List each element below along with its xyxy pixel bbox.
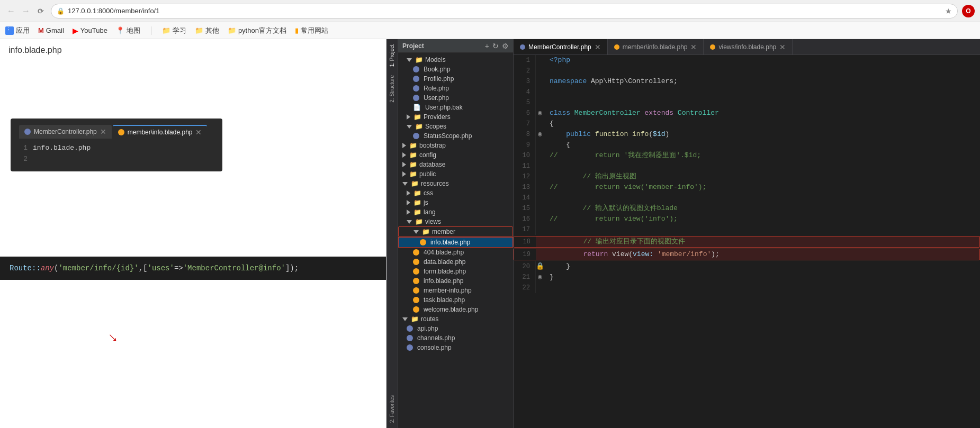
- php-icon-profile: [413, 76, 419, 82]
- line-content-1: <?php: [544, 55, 980, 66]
- opera-icon[interactable]: O: [962, 5, 975, 17]
- side-tab-project[interactable]: 1: Project: [388, 41, 396, 70]
- tree-info-blade[interactable]: info.blade.php: [398, 276, 513, 286]
- tree-member-folder[interactable]: 📁 member: [398, 226, 513, 237]
- tree-database-folder[interactable]: 📁 database: [398, 160, 513, 169]
- gutter-icon-19: [536, 249, 545, 260]
- gutter-icon-15: [536, 203, 544, 214]
- tree-member-info-blade[interactable]: info.blade.php: [398, 237, 513, 248]
- tree-channels-php[interactable]: channels.php: [398, 333, 513, 343]
- side-tab-favorites[interactable]: 2: Favorites: [388, 392, 396, 426]
- line-content-4: [544, 87, 980, 97]
- tree-public-folder[interactable]: 📁 public: [398, 169, 513, 179]
- panel-add-btn[interactable]: +: [485, 42, 489, 50]
- gutter-12: 12: [514, 171, 536, 182]
- folder-icon-scopes: 📁: [415, 123, 423, 130]
- file-tree: 📁 Models Book.php Profile.php Role.php: [398, 53, 513, 428]
- views-icon-tab-info: [710, 44, 715, 50]
- panel-sync-btn[interactable]: ↻: [492, 42, 499, 50]
- tree-api-php[interactable]: api.php: [398, 324, 513, 333]
- tree-book-php[interactable]: Book.php: [398, 65, 513, 74]
- tree-providers-folder[interactable]: 📁 Providers: [398, 112, 513, 122]
- code-editor[interactable]: 1 <?php2 3 namespace App\Http\Controller…: [514, 55, 980, 428]
- popup-tab-controller-close[interactable]: ✕: [100, 128, 106, 136]
- tree-role-php[interactable]: Role.php: [398, 84, 513, 93]
- tree-bootstrap-folder[interactable]: 📁 bootstrap: [398, 141, 513, 150]
- editor-tab-views-info[interactable]: views/info.blade.php ✕: [704, 39, 793, 54]
- tree-css-folder[interactable]: 📁 css: [398, 188, 513, 198]
- bookmarks-bar: ⋮ 应用 M Gmail ▶ YouTube 📍 地图 📁 学习 📁 其他 📁 …: [0, 22, 980, 39]
- tree-user-php[interactable]: User.php: [398, 93, 513, 103]
- editor-tab-controller-close[interactable]: ✕: [595, 43, 601, 51]
- gutter-icon-17: [536, 224, 544, 235]
- editor-line-6: 6◉class MemberController extends Control…: [514, 108, 980, 119]
- folder-icon-routes: 📁: [411, 315, 419, 323]
- bookmark-gmail[interactable]: M Gmail: [38, 26, 64, 34]
- tree-form-blade[interactable]: form.blade.php: [398, 267, 513, 276]
- forward-button[interactable]: →: [20, 5, 32, 17]
- panel-settings-btn[interactable]: ⚙: [502, 42, 509, 50]
- popup-tab-blade[interactable]: member\info.blade.php ✕: [113, 125, 208, 139]
- bookmark-common-label: 常用网站: [301, 26, 328, 35]
- editor-tab-controller[interactable]: MemberController.php ✕: [514, 39, 608, 54]
- tree-welcome-blade[interactable]: welcome.blade.php: [398, 305, 513, 314]
- gutter-18: 18: [514, 236, 536, 247]
- bookmark-study[interactable]: 📁 学习: [162, 26, 186, 35]
- tree-routes-folder[interactable]: 📁 routes: [398, 314, 513, 324]
- code-popup-content: 1 info.blade.php 2: [19, 143, 214, 165]
- panel-actions: + ↻ ⚙: [485, 42, 509, 50]
- editor-tab-member-info[interactable]: member\info.blade.php ✕: [608, 39, 704, 54]
- tree-task-blade[interactable]: task.blade.php: [398, 295, 513, 305]
- side-tab-structure[interactable]: 2: Structure: [388, 72, 396, 106]
- tree-member-info-php[interactable]: member-info.php: [398, 286, 513, 295]
- editor-tab-views-info-close[interactable]: ✕: [779, 43, 786, 51]
- php-icon-role: [413, 85, 419, 92]
- url-text: 127.0.0.1:8000/member/info/1: [68, 7, 942, 15]
- line-content-16: // return view('info');: [544, 214, 980, 224]
- tree-profile-php[interactable]: Profile.php: [398, 74, 513, 84]
- folder-icon-member: 📁: [422, 228, 430, 235]
- nav-buttons: ← → ⟳: [5, 5, 47, 17]
- tree-404-blade[interactable]: 404.blade.php: [398, 248, 513, 257]
- tree-resources-folder[interactable]: 📁 resources: [398, 179, 513, 188]
- tree-views-folder[interactable]: 📁 views: [398, 217, 513, 226]
- editor-tab-member-info-close[interactable]: ✕: [690, 43, 697, 51]
- gutter-icon-11: [536, 161, 544, 171]
- php-icon-user: [413, 95, 419, 101]
- tree-data-blade[interactable]: data.blade.php: [398, 257, 513, 267]
- gutter-icon-7: [536, 119, 544, 129]
- tree-lang-folder[interactable]: 📁 lang: [398, 207, 513, 217]
- bookmark-maps[interactable]: 📍 地图: [116, 26, 140, 35]
- bookmark-youtube[interactable]: ▶ YouTube: [73, 26, 107, 35]
- line-content-20: }: [544, 261, 980, 272]
- tree-user-bak[interactable]: 📄 User.php.bak: [398, 103, 513, 112]
- editor-line-20: 20🔒 }: [514, 261, 980, 272]
- tree-models-folder[interactable]: 📁 Models: [398, 55, 513, 65]
- gutter-icon-21: ◉: [536, 272, 544, 283]
- line-content-3: namespace App\Http\Controllers;: [544, 76, 980, 87]
- tree-js-folder[interactable]: 📁 js: [398, 198, 513, 207]
- tree-scopes-folder[interactable]: 📁 Scopes: [398, 122, 513, 131]
- bookmark-other[interactable]: 📁 其他: [195, 26, 219, 35]
- gutter-icon-14: [536, 193, 544, 203]
- reload-button[interactable]: ⟳: [35, 5, 47, 17]
- popup-tab-controller[interactable]: MemberController.php ✕: [19, 125, 112, 139]
- back-button[interactable]: ←: [5, 5, 17, 17]
- folder-arrow-config: [402, 152, 406, 158]
- address-bar[interactable]: 🔒 127.0.0.1:8000/member/info/1 ★: [51, 4, 958, 19]
- folder-arrow-scopes: [407, 125, 412, 129]
- editor-line-19: 19 return view(view: 'member/info');: [514, 249, 980, 260]
- tree-statusscope-php[interactable]: StatusScope.php: [398, 131, 513, 141]
- popup-code-line-2: 2: [19, 154, 214, 165]
- line-content-10: // return '我在控制器里面'.$id;: [544, 150, 980, 161]
- folder-icon-models: 📁: [415, 56, 423, 63]
- gutter-16: 16: [514, 214, 536, 224]
- editor-line-7: 7 {: [514, 119, 980, 129]
- bookmark-common[interactable]: ▮ 常用网站: [295, 26, 328, 35]
- bookmark-apps[interactable]: ⋮ 应用: [5, 26, 30, 35]
- tree-config-folder[interactable]: 📁 config: [398, 150, 513, 160]
- bookmark-python[interactable]: 📁 python官方文档: [228, 26, 286, 35]
- tree-console-php[interactable]: console.php: [398, 343, 513, 352]
- bookmark-star-icon[interactable]: ★: [945, 7, 952, 15]
- popup-tab-blade-close[interactable]: ✕: [195, 128, 202, 136]
